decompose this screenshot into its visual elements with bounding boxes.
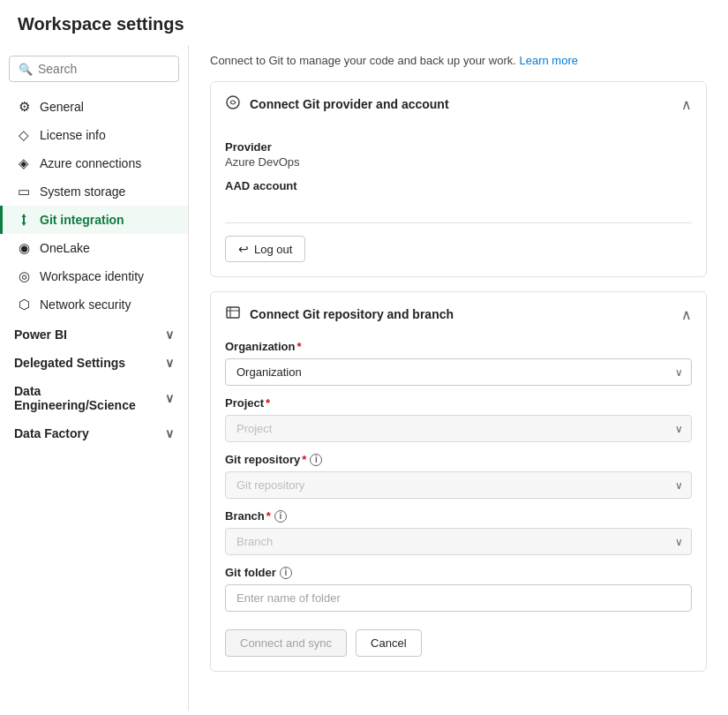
network-security-icon: ⬡ [17, 297, 31, 312]
svg-point-1 [227, 96, 239, 109]
provider-label: Provider [225, 140, 692, 154]
page-title: Workspace settings [0, 0, 728, 45]
git-provider-card: Connect Git provider and account ∧ Provi… [210, 81, 707, 277]
onelake-icon: ◉ [17, 241, 31, 255]
sidebar: 🔍 ⚙ General ◇ License info ◈ Azure conne… [0, 45, 189, 711]
sidebar-item-system-storage[interactable]: ▭ System storage [0, 177, 188, 206]
project-label: Project * [225, 396, 692, 410]
branch-required: * [266, 509, 271, 523]
branch-select[interactable]: Branch [225, 528, 692, 555]
workspace-identity-icon: ◎ [17, 269, 31, 283]
logout-icon: ↩ [238, 242, 249, 256]
data-factory-chevron-icon: ∨ [165, 426, 174, 440]
power-bi-chevron-icon: ∨ [165, 327, 174, 342]
git-repo-header-icon [225, 305, 241, 324]
svg-rect-2 [227, 307, 239, 318]
storage-icon: ▭ [17, 184, 31, 199]
git-repo-collapse-icon: ∧ [681, 306, 692, 323]
sidebar-item-azure-connections[interactable]: ◈ Azure connections [0, 149, 188, 177]
branch-select-wrapper: Branch ∨ [225, 528, 692, 555]
sidebar-section-data-factory[interactable]: Data Factory ∨ [0, 418, 188, 446]
search-box[interactable]: 🔍 [9, 56, 179, 82]
organization-select-wrapper: Organization ∨ [225, 358, 692, 386]
sidebar-item-workspace-identity[interactable]: ◎ Workspace identity [0, 262, 188, 290]
branch-field-group: Branch * i Branch ∨ [225, 509, 692, 555]
sidebar-section-data-engineering[interactable]: Data Engineering/Science ∨ [0, 375, 188, 418]
search-input[interactable] [38, 62, 169, 76]
aad-label: AAD account [225, 179, 692, 192]
git-repository-label: Git repository * i [225, 453, 692, 466]
git-provider-header-icon [225, 94, 241, 114]
azure-icon: ◈ [17, 156, 31, 170]
git-folder-input[interactable] [225, 584, 692, 612]
logout-button[interactable]: ↩ Log out [225, 236, 305, 262]
aad-value [225, 194, 692, 210]
git-repository-info-icon: i [310, 454, 322, 466]
organization-select[interactable]: Organization [225, 358, 692, 386]
action-buttons: Connect and sync Cancel [225, 629, 692, 657]
sidebar-item-onelake[interactable]: ◉ OneLake [0, 234, 188, 262]
branch-info-icon: i [274, 510, 287, 523]
data-engineering-chevron-icon: ∨ [165, 391, 174, 405]
search-icon: 🔍 [19, 63, 33, 76]
sidebar-item-network-security[interactable]: ⬡ Network security [0, 290, 188, 319]
git-repository-select[interactable]: Git repository [225, 471, 692, 499]
git-provider-card-header[interactable]: Connect Git provider and account ∧ [211, 82, 706, 126]
sidebar-item-git-integration[interactable]: Git integration [0, 206, 188, 234]
provider-value: Azure DevOps [225, 155, 692, 169]
git-repository-required: * [302, 453, 306, 466]
git-provider-collapse-icon: ∧ [681, 96, 692, 113]
connect-and-sync-button[interactable]: Connect and sync [225, 629, 347, 657]
git-repo-card: Connect Git repository and branch ∧ Orga… [210, 291, 707, 672]
git-folder-field-group: Git folder i [225, 566, 692, 612]
branch-label: Branch * i [225, 509, 692, 523]
git-integration-icon [17, 213, 31, 227]
organization-field-group: Organization * Organization ∨ [225, 340, 692, 386]
main-content: Connect to Git to manage your code and b… [189, 45, 728, 711]
sidebar-item-license-info[interactable]: ◇ License info [0, 121, 188, 149]
section-description: Connect to Git to manage your code and b… [210, 45, 707, 81]
sidebar-section-power-bi[interactable]: Power BI ∨ [0, 319, 188, 347]
git-folder-label: Git folder i [225, 566, 692, 579]
organization-label: Organization * [225, 340, 692, 353]
license-icon: ◇ [17, 128, 31, 142]
project-required: * [266, 396, 270, 410]
cancel-button[interactable]: Cancel [356, 629, 421, 657]
project-field-group: Project * Project ∨ [225, 396, 692, 442]
git-repository-field-group: Git repository * i Git repository ∨ [225, 453, 692, 499]
sidebar-item-general[interactable]: ⚙ General [0, 93, 188, 121]
organization-required: * [296, 340, 301, 353]
delegated-settings-chevron-icon: ∨ [165, 356, 174, 370]
learn-more-link[interactable]: Learn more [520, 54, 578, 67]
sidebar-section-delegated-settings[interactable]: Delegated Settings ∨ [0, 347, 188, 375]
svg-rect-0 [23, 217, 25, 222]
git-repository-select-wrapper: Git repository ∨ [225, 471, 692, 499]
project-select-wrapper: Project ∨ [225, 415, 692, 442]
card-divider [225, 222, 692, 223]
git-folder-info-icon: i [280, 567, 292, 579]
git-repo-card-header[interactable]: Connect Git repository and branch ∧ [211, 292, 706, 336]
git-provider-card-body: Provider Azure DevOps AAD account ↩ Log … [211, 126, 706, 276]
project-select[interactable]: Project [225, 415, 692, 442]
general-icon: ⚙ [17, 100, 31, 114]
git-repo-card-body: Organization * Organization ∨ Project * [211, 336, 706, 671]
